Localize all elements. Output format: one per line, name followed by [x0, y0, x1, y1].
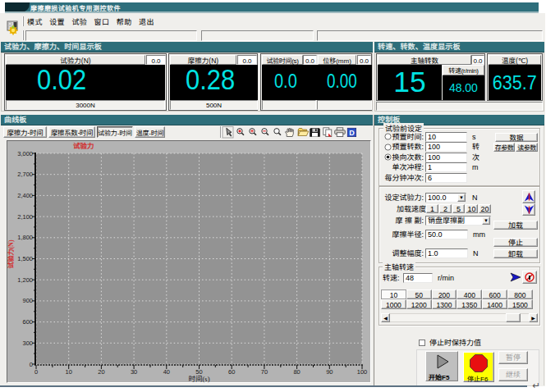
svg-text:3,000: 3,000 [17, 150, 33, 157]
svg-text:70: 70 [261, 368, 268, 376]
svg-text:2,100: 2,100 [17, 213, 33, 221]
svg-text:1,500: 1,500 [17, 255, 33, 262]
svg-text:2,400: 2,400 [17, 192, 33, 199]
svg-text:10: 10 [66, 368, 72, 376]
svg-text:600: 600 [22, 318, 33, 326]
svg-text:D: D [349, 129, 355, 137]
svg-text:试验力: 试验力 [73, 140, 94, 150]
svg-text:试验力(N): 试验力(N) [7, 239, 15, 268]
svg-text:30: 30 [131, 368, 137, 376]
svg-text:2,700: 2,700 [17, 171, 33, 178]
svg-text:300: 300 [22, 340, 33, 347]
svg-text:1,200: 1,200 [17, 276, 33, 284]
svg-text:0: 0 [34, 368, 38, 376]
svg-text:100: 100 [357, 368, 368, 376]
svg-text:1,800: 1,800 [17, 234, 33, 241]
svg-text:60: 60 [228, 368, 235, 376]
svg-text:900: 900 [22, 297, 33, 304]
svg-text:90: 90 [326, 368, 333, 376]
svg-text:时间(s): 时间(s) [189, 373, 210, 383]
svg-text:20: 20 [98, 368, 104, 376]
svg-text:0: 0 [30, 361, 33, 368]
svg-text:40: 40 [163, 368, 170, 376]
svg-text:80: 80 [293, 368, 300, 376]
